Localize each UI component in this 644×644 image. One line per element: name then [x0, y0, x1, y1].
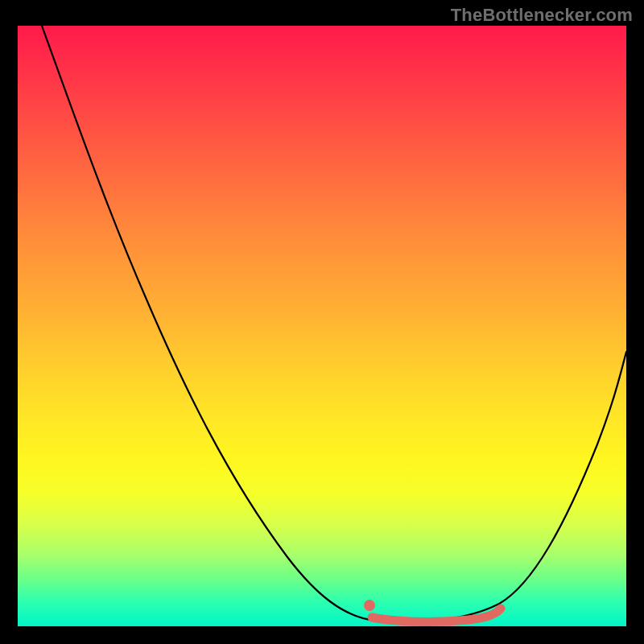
watermark-text: TheBottlenecker.com [451, 5, 633, 26]
chart-frame: TheBottlenecker.com [0, 0, 644, 644]
plot-area [18, 26, 626, 626]
optimal-range-start-dot [364, 600, 375, 611]
curve-layer [18, 26, 626, 626]
bottleneck-curve [42, 26, 626, 621]
